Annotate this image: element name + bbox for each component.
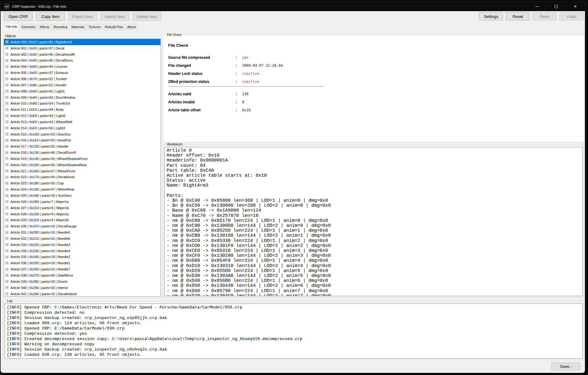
article-row[interactable]: Article 023 | 0x180 | parts=30 | Cap xyxy=(4,180,160,186)
article-row[interactable]: Article 015 | 0x100 | parts=20 | DoorOut xyxy=(4,131,160,137)
expand-icon[interactable] xyxy=(6,280,8,283)
article-row[interactable]: Article 008 | 0x90 | parts=42 | Light1 xyxy=(4,88,160,94)
expand-icon[interactable] xyxy=(6,194,8,197)
log-output[interactable]: [INFO] Opened CRP: C:/Games/Electronic A… xyxy=(5,304,583,359)
article-row[interactable]: Article 025 | 0x1A0 | parts=16 | SunViso… xyxy=(4,192,160,199)
article-row[interactable]: Article 020 | 0x150 | parts=26 | WheelSh… xyxy=(4,162,160,168)
expand-icon[interactable] xyxy=(6,127,8,129)
tab[interactable]: Bounding xyxy=(51,24,69,30)
article-row[interactable]: Article 021 | 0x160 | parts=47 | WheelFr… xyxy=(4,168,160,174)
article-row[interactable]: Article 029 | 0x1E0 | parts=9 | Wiper2b xyxy=(4,217,160,223)
article-row[interactable]: Article 041 | 0x2A0 | parts=16 | DecalIn… xyxy=(4,291,160,297)
save-button[interactable]: Save.. xyxy=(552,363,580,370)
article-row[interactable]: Article 037 | 0x260 | parts=16 | Needle7 xyxy=(4,266,160,272)
article-row[interactable]: Article 014 | 0xF0 | parts=50 | Light3 xyxy=(4,125,160,131)
toolbar-button[interactable]: Reset xyxy=(506,12,530,20)
toolbar-button[interactable]: Redo xyxy=(533,12,557,20)
tab[interactable]: File Info xyxy=(4,23,19,30)
expand-icon[interactable] xyxy=(6,182,8,185)
title-bar[interactable]: CRP CRP Inspector - 930.crp - File Info … xyxy=(1,2,585,11)
expand-icon[interactable] xyxy=(6,139,8,142)
expand-icon[interactable] xyxy=(6,108,8,111)
tab[interactable]: Rebuild Plan xyxy=(103,24,126,30)
article-row[interactable]: Article 031 | 0x200 | parts=16 | Needle5 xyxy=(4,229,160,235)
article-row[interactable]: Article 035 | 0x240 | parts=18 | Needle2 xyxy=(4,254,160,260)
expand-icon[interactable] xyxy=(6,231,8,234)
objects-list[interactable]: Article 000 | 0x10 | parts=84 | RightArm… xyxy=(4,39,161,297)
tab[interactable]: Geometry xyxy=(19,24,38,30)
close-button[interactable]: ✕ xyxy=(566,2,585,11)
expand-icon[interactable] xyxy=(6,163,8,166)
article-row[interactable]: Article 013 | 0xE0 | parts=42 | WheelWel… xyxy=(4,119,160,125)
workbench-output[interactable]: Article 0Header offset: 0x10Headerinfo: … xyxy=(164,147,583,296)
expand-icon[interactable] xyxy=(6,102,8,105)
article-row[interactable]: Article 009 | 0xA0 | parts=42 | DoorWind… xyxy=(4,94,160,101)
toolbar-button[interactable]: Delete Item xyxy=(132,12,161,21)
expand-icon[interactable] xyxy=(6,157,8,160)
article-row[interactable]: Article 006 | 0x70 | parts=22 | TrunkIn xyxy=(4,76,160,82)
expand-icon[interactable] xyxy=(6,176,8,179)
toolbar-button[interactable]: Copy Item xyxy=(36,12,65,21)
article-row[interactable]: Article 032 | 0x210 | parts=16 | Needle6 xyxy=(4,235,160,242)
expand-icon[interactable] xyxy=(6,268,8,271)
article-row[interactable]: Article 019 | 0x140 | parts=26 | WheelSh… xyxy=(4,156,160,162)
minimize-button[interactable] xyxy=(527,2,547,11)
expand-icon[interactable] xyxy=(6,53,8,56)
expand-icon[interactable] xyxy=(6,114,8,117)
expand-icon[interactable] xyxy=(6,274,8,277)
article-row[interactable]: Article 003 | 0x40 | parts=46 | DecalDoo… xyxy=(4,58,160,64)
tab[interactable]: Effects xyxy=(37,24,52,30)
maximize-button[interactable] xyxy=(547,2,566,11)
expand-icon[interactable] xyxy=(6,170,8,172)
article-row[interactable]: Article 026 | 0x1B0 | parts=7 | Wiper1a xyxy=(4,199,160,205)
toolbar-button[interactable]: Settings xyxy=(479,12,503,20)
expand-icon[interactable] xyxy=(6,145,8,148)
toolbar-button[interactable]: Undo xyxy=(560,12,584,20)
article-row[interactable]: Article 039 | 0x280 | parts=18 | DoorIn xyxy=(4,278,160,285)
expand-icon[interactable] xyxy=(6,90,8,93)
toolbar-button[interactable]: Import Item xyxy=(100,12,129,21)
expand-icon[interactable] xyxy=(6,219,8,222)
expand-icon[interactable] xyxy=(6,77,8,80)
expand-icon[interactable] xyxy=(6,188,8,191)
expand-icon[interactable] xyxy=(6,133,8,136)
toolbar-button[interactable]: Export Item xyxy=(68,12,97,21)
expand-icon[interactable] xyxy=(6,262,8,265)
article-row[interactable]: Article 016 | 0x110 | parts=20 | HoodOut xyxy=(4,137,160,144)
expand-icon[interactable] xyxy=(6,213,8,215)
article-row[interactable]: Article 017 | 0x120 | parts=32 | Handle xyxy=(4,143,160,149)
expand-icon[interactable] xyxy=(6,225,8,228)
article-row[interactable]: Article 034 | 0x230 | parts=16 | Needle4 xyxy=(4,248,160,254)
article-row[interactable]: Article 011 | 0xC0 | parts=94 | Body xyxy=(4,106,160,113)
expand-icon[interactable] xyxy=(6,96,8,99)
article-row[interactable]: Article 002 | 0x30 | parts=46 | DecalHoo… xyxy=(4,51,160,58)
toolbar-button[interactable]: Open CRP xyxy=(4,12,33,21)
article-row[interactable]: Article 001 | 0x20 | parts=37 | Decal xyxy=(4,45,160,51)
expand-icon[interactable] xyxy=(6,47,8,50)
article-row[interactable]: Article 030 | 0x1F0 | parts=16 | DecalGa… xyxy=(4,223,160,229)
article-row[interactable]: Article 018 | 0x130 | parts=46 | DecalDo… xyxy=(4,149,160,156)
expand-icon[interactable] xyxy=(6,151,8,154)
article-row[interactable]: Article 012 | 0xD0 | parts=42 | Light2 xyxy=(4,113,160,119)
expand-icon[interactable] xyxy=(6,71,8,74)
article-row[interactable]: Article 010 | 0xB0 | parts=24 | TrunkOut xyxy=(4,100,160,106)
expand-icon[interactable] xyxy=(6,84,8,86)
article-row[interactable]: Article 028 | 0x1D0 | parts=9 | Wiper2a xyxy=(4,211,160,217)
tab[interactable]: Textures xyxy=(86,24,103,30)
article-row[interactable]: Article 036 | 0x250 | parts=18 | Needle1 xyxy=(4,260,160,266)
article-row[interactable]: Article 004 | 0x50 | parts=44 | License xyxy=(4,63,160,70)
expand-icon[interactable] xyxy=(6,120,8,123)
expand-icon[interactable] xyxy=(6,41,8,43)
expand-icon[interactable] xyxy=(6,243,8,246)
article-row[interactable]: Article 024 | 0x190 | parts=47 | WheelRe… xyxy=(4,186,160,192)
article-row[interactable]: Article 033 | 0x220 | parts=16 | Needle3 xyxy=(4,242,160,248)
expand-icon[interactable] xyxy=(6,206,8,209)
article-row[interactable]: Article 040 | 0x290 | parts=43 | Interio… xyxy=(4,285,160,291)
article-row[interactable]: Article 038 | 0x270 | parts=40 | SideMir… xyxy=(4,272,160,278)
article-row[interactable]: Article 000 | 0x10 | parts=84 | RightArm… xyxy=(4,39,160,45)
tab[interactable]: About xyxy=(125,24,138,30)
expand-icon[interactable] xyxy=(6,65,8,68)
article-row[interactable]: Article 022 | 0x170 | parts=34 | DecalHo… xyxy=(4,174,160,180)
expand-icon[interactable] xyxy=(6,292,8,295)
expand-icon[interactable] xyxy=(6,256,8,258)
